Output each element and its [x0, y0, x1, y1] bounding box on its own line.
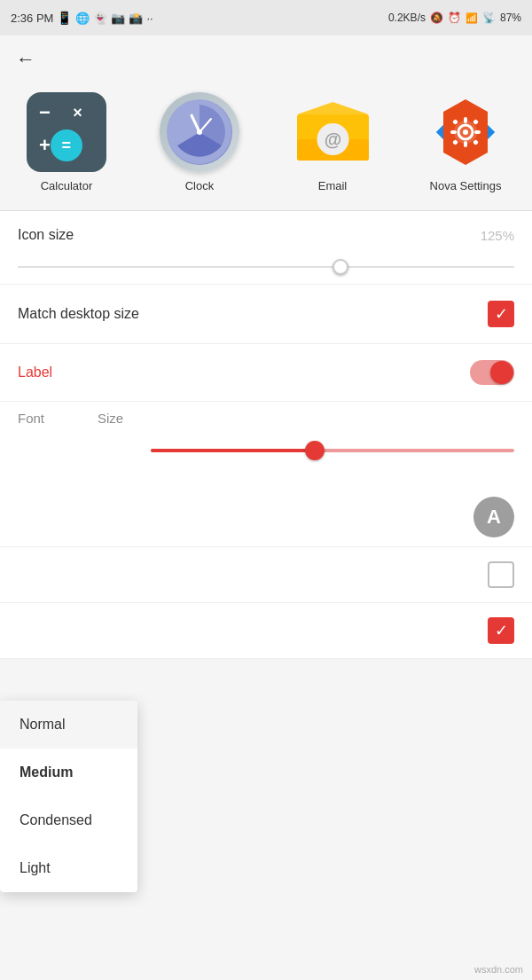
- font-option-normal[interactable]: Normal: [0, 701, 137, 749]
- top-nav: ←: [0, 35, 532, 83]
- app-item-calculator[interactable]: − × + = Calculator: [27, 92, 106, 192]
- email-icon: @: [293, 92, 372, 172]
- font-label: Font: [18, 411, 44, 426]
- status-bar-right: 0.2KB/s 🔕 ⏰ 📶 📡 87%: [388, 12, 521, 24]
- app-item-clock[interactable]: Clock: [160, 92, 239, 192]
- calc-times-icon: ×: [73, 104, 82, 122]
- app-item-nova-settings[interactable]: Nova Settings: [426, 92, 505, 192]
- svg-point-3: [197, 129, 202, 135]
- font-option-condensed[interactable]: Condensed: [0, 796, 137, 844]
- signal-icon: 📶: [466, 12, 478, 24]
- icon-size-slider-thumb[interactable]: [332, 259, 348, 275]
- clock-face: [167, 99, 232, 165]
- size-slider-row[interactable]: [0, 435, 532, 466]
- instagram-icon: 📷: [111, 12, 125, 25]
- app-item-email[interactable]: @ Email: [293, 92, 372, 192]
- calc-plus-icon: +: [39, 134, 51, 157]
- settings-section: Icon size 125% Match desktop size ✓ Labe…: [0, 211, 532, 488]
- size-slider-fill: [151, 449, 315, 452]
- calc-minus-icon: −: [39, 101, 51, 124]
- calculator-label: Calculator: [41, 179, 93, 192]
- earth-icon: 🌐: [75, 12, 90, 25]
- toggle-circle: [490, 361, 513, 384]
- light-checkbox[interactable]: ✓: [488, 617, 514, 644]
- nova-settings-label: Nova Settings: [430, 179, 502, 192]
- svg-rect-17: [464, 117, 467, 123]
- svg-rect-18: [464, 141, 467, 147]
- icon-size-value: 125%: [481, 228, 514, 243]
- mute-icon: 🔕: [430, 12, 443, 24]
- status-bar-left: 2:36 PM 📱 🌐 👻 📷 📸 ··: [11, 11, 153, 25]
- a-circle-label: A: [487, 506, 501, 529]
- size-slider-thumb[interactable]: [305, 441, 325, 460]
- label-setting-label: Label: [18, 365, 52, 380]
- font-option-medium[interactable]: Medium: [0, 749, 137, 796]
- checkmark-icon: ✓: [495, 304, 508, 324]
- status-time: 2:36 PM: [11, 12, 53, 25]
- light-row: ✓: [0, 603, 532, 659]
- wifi-icon: 📡: [482, 12, 496, 24]
- size-slider-container[interactable]: [151, 442, 514, 459]
- icon-size-label: Icon size: [18, 227, 74, 243]
- font-preview-circle: A: [473, 497, 514, 537]
- calc-equals-icon: =: [51, 129, 82, 161]
- svg-text:@: @: [324, 129, 341, 149]
- nova-settings-icon: [426, 92, 505, 172]
- match-desktop-size-checkbox[interactable]: ✓: [488, 301, 514, 327]
- clock-icon: [160, 92, 239, 172]
- app-icons-section: − × + = Calculator: [0, 83, 532, 210]
- size-label: Size: [98, 411, 123, 426]
- email-label: Email: [318, 179, 348, 192]
- match-desktop-size-row[interactable]: Match desktop size ✓: [0, 285, 532, 344]
- label-setting-row[interactable]: Label: [0, 344, 532, 402]
- bottom-rows: A ✓: [0, 488, 532, 659]
- match-desktop-size-label: Match desktop size: [18, 306, 139, 322]
- font-option-light[interactable]: Light: [0, 844, 137, 892]
- calculator-icon: − × + =: [27, 92, 106, 172]
- font-dropdown: Normal Medium Condensed Light: [0, 701, 137, 892]
- dots-icon: ··: [146, 12, 153, 25]
- svg-rect-19: [450, 130, 457, 134]
- icon-size-slider-row[interactable]: [0, 259, 532, 285]
- ghost-icon: 👻: [93, 12, 107, 25]
- font-size-header-row: Font Size: [0, 402, 532, 435]
- back-button[interactable]: ←: [16, 48, 35, 71]
- condensed-checkbox[interactable]: [488, 561, 514, 588]
- data-speed: 0.2KB/s: [388, 12, 426, 24]
- alarm-icon: ⏰: [448, 12, 461, 24]
- condensed-row: [0, 547, 532, 603]
- svg-point-16: [463, 129, 468, 135]
- clock-label: Clock: [185, 179, 215, 192]
- font-controls-area: [0, 435, 532, 488]
- watermark: wsxdn.com: [474, 964, 523, 975]
- camera-icon: 📸: [129, 12, 143, 25]
- status-bar: 2:36 PM 📱 🌐 👻 📷 📸 ·· 0.2KB/s 🔕 ⏰ 📶 📡 87%: [0, 0, 532, 35]
- whatsapp-icon: 📱: [57, 11, 72, 25]
- svg-rect-20: [474, 130, 481, 134]
- svg-marker-6: [297, 102, 369, 114]
- font-a-row: A: [0, 488, 532, 547]
- icon-size-slider-track[interactable]: [18, 266, 514, 268]
- battery: 87%: [500, 12, 521, 24]
- light-checkmark-icon: ✓: [495, 621, 508, 640]
- label-toggle[interactable]: [470, 360, 514, 385]
- icon-size-slider-fill: [18, 266, 340, 268]
- icon-size-row: Icon size 125%: [0, 211, 532, 259]
